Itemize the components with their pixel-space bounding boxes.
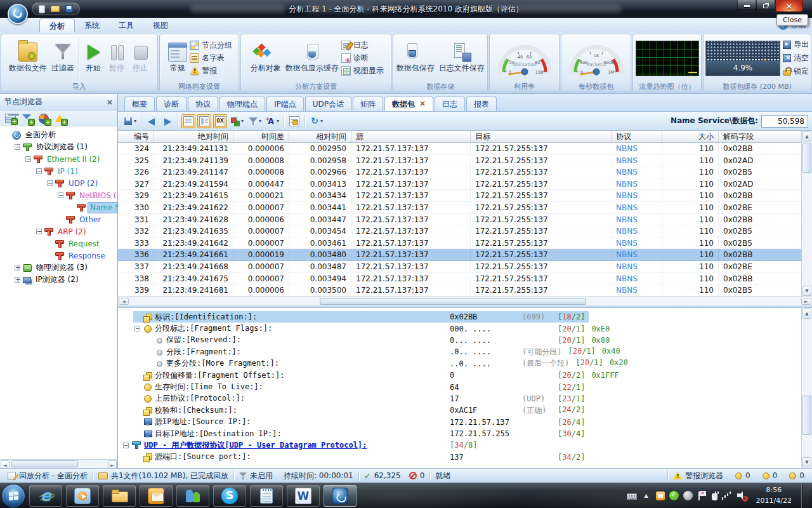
scroll-down-icon[interactable]: ▼	[802, 286, 811, 296]
table-row[interactable]: 32521:23:49.2411390.0000080.002958172.21…	[118, 155, 801, 167]
packet-save-button[interactable]: 数据包保存	[395, 42, 436, 74]
tree-item[interactable]: +IP浏览器 (2)	[0, 274, 117, 286]
view-tab[interactable]: 诊断	[156, 97, 187, 111]
view-tab[interactable]: UDP会话	[305, 97, 351, 111]
general-button[interactable]: 常规	[166, 42, 189, 74]
tree-expander-icon[interactable]: −	[47, 180, 53, 186]
panel-close-icon[interactable]: ×	[107, 98, 113, 107]
taskbar-app-notepad[interactable]	[250, 485, 283, 507]
dropdown-caret-icon[interactable]: ▾	[259, 118, 261, 124]
scroll-up-icon[interactable]: ▲	[802, 309, 811, 319]
taskbar-app-outlook[interactable]	[140, 485, 173, 507]
tree-item[interactable]: Response	[0, 250, 117, 262]
column-header[interactable]: 大小	[662, 131, 719, 142]
tree-item[interactable]: −UDP (2)	[0, 177, 117, 189]
minimize-button[interactable]	[737, 0, 756, 12]
view-tab[interactable]: 报表	[466, 97, 497, 111]
decode-row[interactable]: 校验和:[Checksum:]:0xAC1F(正确)[24/2]	[118, 404, 801, 416]
decode-expander-icon[interactable]: −	[123, 443, 129, 448]
refresh-button[interactable]: ▾	[308, 114, 324, 128]
table-row[interactable]: 32621:23:49.2411470.0000080.002966172.21…	[118, 166, 801, 178]
scroll-left-icon[interactable]: ◄	[119, 298, 129, 305]
log-file-save-button[interactable]: 日志文件保存	[437, 42, 487, 74]
clear-button[interactable]: 清空	[783, 53, 809, 64]
dropdown-caret-icon[interactable]: ▾	[277, 118, 279, 124]
taskbar-app-explorer[interactable]	[103, 485, 136, 507]
taskbar-app-skype[interactable]	[213, 485, 246, 507]
diagnosis-button[interactable]: 诊断	[341, 53, 384, 64]
taskbar-app-word[interactable]	[287, 485, 320, 507]
pause-button[interactable]: 暂停	[105, 42, 128, 74]
app-menu-button[interactable]	[8, 4, 28, 24]
tree-item[interactable]: −NetBIOS (1)	[0, 189, 117, 201]
scrollbar-thumb[interactable]	[802, 144, 811, 173]
decode-row[interactable]: −分段标志:[Fragment Flags:]:000. ....[20/1]0…	[118, 323, 801, 334]
view-tab[interactable]: 概要	[124, 97, 155, 111]
volume-muted-icon[interactable]	[737, 491, 747, 501]
view-tab[interactable]: 矩阵	[353, 97, 383, 111]
column-header[interactable]: 绝对时间	[154, 131, 233, 142]
view-tab[interactable]: 协议	[188, 97, 218, 111]
power-plug-icon[interactable]	[712, 493, 717, 500]
table-row[interactable]: 33821:23:49.2416750.0000070.003494172.21…	[118, 273, 801, 285]
view-list-button[interactable]	[181, 114, 195, 128]
column-header[interactable]: 时间差	[233, 131, 289, 142]
tree-expander-icon[interactable]: −	[36, 168, 42, 174]
decode-row[interactable]: 分段:[Fragment:]:.0.. ....(可能分段)[20/1]0x40	[118, 346, 801, 358]
dropdown-caret-icon[interactable]: ▾	[320, 118, 323, 124]
view-tab[interactable]: IP端点	[266, 97, 304, 111]
lock-button[interactable]: 锁定	[783, 66, 809, 77]
decode-row[interactable]: 源端口:[Source port:]:137[34/2]	[118, 451, 801, 463]
column-header[interactable]: 协议	[612, 131, 662, 142]
tree-item[interactable]: Other	[0, 213, 117, 225]
table-horizontal-scrollbar[interactable]: ◄ ►	[118, 297, 812, 305]
scroll-up-icon[interactable]: ▲	[802, 131, 811, 142]
tab-close-icon[interactable]: ×	[419, 99, 426, 111]
restore-button[interactable]	[756, 0, 775, 12]
ribbon-tab[interactable]: 系统	[75, 18, 109, 32]
scroll-down-icon[interactable]: ▼	[802, 457, 811, 467]
lock-grid-button[interactable]	[287, 114, 301, 128]
dropdown-caret-icon[interactable]: ▾	[241, 118, 244, 124]
decode-vertical-scrollbar[interactable]: ▲ ▼	[801, 308, 812, 468]
hidden-icons-icon[interactable]	[641, 491, 652, 501]
start-button[interactable]: 开始	[82, 42, 105, 74]
table-row[interactable]: 32921:23:49.2416150.0000210.003434172.21…	[118, 190, 801, 202]
tree-item[interactable]: 全面分析	[0, 129, 117, 141]
view-detail-button[interactable]	[197, 114, 211, 128]
action-center-flag-icon[interactable]	[697, 491, 707, 501]
tree-expander-icon[interactable]: −	[25, 156, 31, 162]
tree-item[interactable]: +物理浏览器 (3)	[0, 262, 117, 274]
filter-button[interactable]: 过滤器	[49, 42, 76, 74]
save-button[interactable]: ▾	[122, 114, 138, 128]
view-display-button[interactable]: 视图显示	[341, 65, 384, 76]
keyboard-icon[interactable]	[627, 493, 637, 500]
start-button[interactable]	[1, 484, 25, 508]
decode-row[interactable]: −UDP - 用户数据报协议[UDP - User Datagram Proto…	[118, 439, 801, 451]
scrollbar-thumb[interactable]	[802, 396, 811, 435]
tree-item[interactable]: −Ethernet II (2)	[0, 153, 117, 165]
ribbon-tab[interactable]: 工具	[109, 18, 143, 32]
name-table-button[interactable]: 名字表	[190, 53, 232, 64]
table-vertical-scrollbar[interactable]: ▲ ▼	[801, 131, 812, 297]
column-header[interactable]: 编号	[118, 131, 154, 142]
ribbon-tab[interactable]: 视图	[143, 18, 178, 32]
status-ok-icon[interactable]	[669, 491, 679, 500]
add-table-icon[interactable]	[5, 114, 16, 123]
table-row[interactable]: 33721:23:49.2416680.0000070.003487172.21…	[118, 261, 801, 273]
table-row[interactable]: 33021:23:49.2416220.0000070.003441172.21…	[118, 202, 801, 214]
show-desktop-button[interactable]	[801, 483, 809, 508]
decode-row[interactable]: 分段偏移量:[Fragment Offset:]:0[20/2]0x1FFF	[118, 370, 801, 381]
nav-back-button[interactable]	[145, 114, 159, 128]
column-header[interactable]: 相对时间	[289, 131, 351, 142]
taskbar-clock[interactable]: 8:56 2011/4/22	[751, 485, 797, 506]
analysis-objects-button[interactable]: 分析对象	[249, 42, 283, 74]
tree-expander-icon[interactable]: −	[15, 144, 20, 150]
view-tab[interactable]: 数据包×	[384, 97, 433, 111]
decode-row[interactable]: 目标IP地址:[Destination IP:]:172.21.57.255[3…	[118, 428, 801, 439]
decode-row[interactable]: 生存时间:[Time To Live:]:64[22/1]	[118, 381, 801, 392]
add-filter-icon[interactable]	[22, 114, 32, 123]
tree-expander-icon[interactable]: −	[36, 229, 42, 234]
tree-item[interactable]: −IP (1)	[0, 165, 117, 177]
taskbar-app-colasoft[interactable]	[324, 485, 357, 507]
